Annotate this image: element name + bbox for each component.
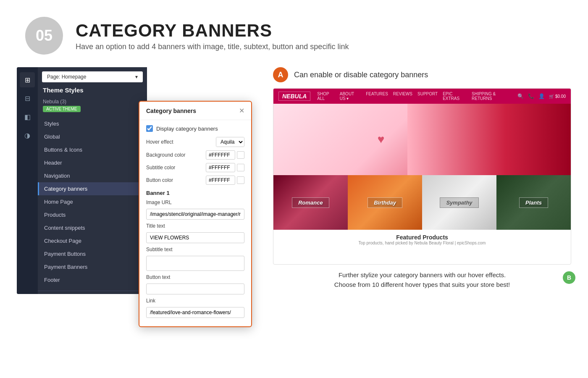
sidebar-icon-palette[interactable]: ◑ <box>20 128 35 143</box>
subtitle-color-input[interactable] <box>206 163 235 172</box>
modal-body: Display category banners Hover effect Aq… <box>139 120 251 326</box>
annotation-a-text: Can enable or disable category banners <box>294 71 428 79</box>
cat-banner-sympathy: Sympathy <box>422 175 496 230</box>
background-color-row: Background color <box>146 150 244 160</box>
nav-link-epic: EPIC EXTRAS <box>443 92 467 101</box>
link-label: Link <box>146 298 244 304</box>
page-selector-chevron: ▾ <box>135 74 138 80</box>
title-text-row: Title text <box>146 223 244 229</box>
sidebar-section-title: Theme Styles <box>38 87 147 97</box>
display-checkbox-row: Display category banners <box>146 125 244 132</box>
sidebar-icon-home[interactable]: ⊞ <box>20 72 35 87</box>
subtitle-text-input[interactable] <box>146 256 244 271</box>
cat-banner-plants: Plants <box>496 175 571 230</box>
sidebar-item-footer[interactable]: Footer › <box>38 273 147 286</box>
nav-link-shop: SHOP ALL <box>317 92 334 101</box>
store-preview: NEBULA SHOP ALL ABOUT US ▾ FEATURES REVI… <box>273 88 571 265</box>
store-nav: NEBULA SHOP ALL ABOUT US ▾ FEATURES REVI… <box>273 89 571 104</box>
button-color-input-wrap <box>206 176 244 185</box>
store-nav-icons: 🔍 📞 👤 🛒 $0.00 <box>517 93 566 99</box>
sidebar-item-category-banners[interactable]: Category banners › <box>38 182 147 195</box>
page-title: CATEGORY BANNERS <box>76 21 349 41</box>
sidebar-item-navigation[interactable]: Navigation › <box>38 169 147 182</box>
annotation-a: A Can enable or disable category banners <box>273 67 571 82</box>
subtitle-color-label: Subtitle color <box>146 165 206 171</box>
button-color-row: Button color <box>146 176 244 185</box>
sidebar-label-styles: Styles <box>44 121 59 127</box>
hero-roses-bg <box>407 104 571 175</box>
hero-hearts: ♥ <box>378 133 385 146</box>
sidebar: ⊞ ⊟ ◧ ◑ Page: Homepage ▾ Theme Styles Ne… <box>17 67 147 294</box>
sidebar-item-buttons[interactable]: Buttons & Icons › <box>38 143 147 156</box>
nav-link-shipping: SHIPPING & RETURNS <box>472 92 511 101</box>
sidebar-item-products[interactable]: Products › <box>38 208 147 221</box>
sidebar-item-payment-buttons[interactable]: Payment Buttons <box>38 247 147 260</box>
title-text-input[interactable] <box>146 232 244 243</box>
sidebar-item-header[interactable]: Header › <box>38 156 147 169</box>
sidebar-label-global: Global <box>44 134 60 140</box>
sidebar-item-payment-banners[interactable]: Payment Banners <box>38 260 147 273</box>
title-text-label: Title text <box>146 223 244 229</box>
button-color-input[interactable] <box>206 176 235 185</box>
hover-effect-select[interactable]: Aquila <box>216 137 244 147</box>
image-url-input[interactable] <box>146 209 244 220</box>
sidebar-label-category-banners: Category banners <box>44 186 87 192</box>
hover-effect-label: Hover effect <box>146 139 216 145</box>
sidebar-item-global[interactable]: Global › <box>38 130 147 143</box>
link-row: Link <box>146 298 244 304</box>
sidebar-divider <box>38 291 147 291</box>
background-color-swatch[interactable] <box>237 151 244 159</box>
annotation-b-line2: Choose from 10 different hover types tha… <box>334 281 510 288</box>
subtitle-text-row: Subtitle text <box>146 247 244 252</box>
nav-link-support: SUPPORT <box>417 92 438 101</box>
annotation-b: Further stylize your category banners wi… <box>273 270 571 289</box>
store-logo: NEBULA <box>278 92 310 101</box>
active-theme-badge: ACTIVE THEME <box>43 106 81 112</box>
sidebar-item-content[interactable]: Content snippets › <box>38 221 147 234</box>
display-checkbox[interactable] <box>146 125 153 132</box>
theme-name: Nebula (3) <box>43 99 142 105</box>
subtitle-color-swatch[interactable] <box>237 164 244 171</box>
subtitle-text-label: Subtitle text <box>146 247 244 252</box>
theme-info: Nebula (3) ACTIVE THEME <box>38 97 147 116</box>
right-panel: A Can enable or disable category banners… <box>260 67 571 294</box>
sidebar-label-products: Products <box>44 212 66 218</box>
sidebar-item-styles[interactable]: Styles › <box>38 117 147 130</box>
subtitle-color-row: Subtitle color <box>146 163 244 172</box>
header-text: CATEGORY BANNERS Have an option to add 4… <box>76 21 349 51</box>
sidebar-main: Page: Homepage ▾ Theme Styles Nebula (3)… <box>38 67 147 294</box>
modal-header: Category banners ✕ <box>139 102 251 120</box>
sidebar-icons: ⊞ ⊟ ◧ ◑ <box>17 67 38 294</box>
sidebar-label-payment-banners: Payment Banners <box>44 264 87 270</box>
image-url-row: Image URL <box>146 200 244 205</box>
button-text-row: Button text <box>146 274 244 280</box>
page-selector[interactable]: Page: Homepage ▾ <box>42 71 143 82</box>
button-text-input[interactable] <box>146 284 244 294</box>
cart-icon: 🛒 $0.00 <box>549 94 566 99</box>
category-banners-modal: Category banners ✕ Display category bann… <box>139 101 252 327</box>
sidebar-item-checkout[interactable]: Checkout Page › <box>38 234 147 247</box>
cat-banner-2-label: Birthday <box>368 197 402 208</box>
sidebar-nav-items: Styles › Global › Buttons & Icons › Head… <box>38 116 147 287</box>
left-panel: ⊞ ⊟ ◧ ◑ Page: Homepage ▾ Theme Styles Ne… <box>17 67 260 294</box>
link-input[interactable] <box>146 307 244 318</box>
modal-close-button[interactable]: ✕ <box>239 107 244 115</box>
store-hero: ♥ <box>273 104 571 175</box>
background-color-input[interactable] <box>206 150 235 160</box>
button-color-label: Button color <box>146 177 206 183</box>
main-content: ⊞ ⊟ ◧ ◑ Page: Homepage ▾ Theme Styles Ne… <box>0 67 588 294</box>
sidebar-label-header: Header <box>44 160 62 166</box>
button-color-swatch[interactable] <box>237 176 244 184</box>
nav-link-reviews: REVIEWS <box>393 92 412 101</box>
annotation-b-line1: Further stylize your category banners wi… <box>339 271 506 278</box>
step-number: 05 <box>25 17 63 55</box>
user-icon: 👤 <box>538 93 545 99</box>
sidebar-item-homepage[interactable]: Home Page <box>38 195 147 208</box>
banner1-section-title: Banner 1 <box>146 190 244 196</box>
annotation-a-badge: A <box>273 67 288 82</box>
page-header: 05 CATEGORY BANNERS Have an option to ad… <box>0 0 588 67</box>
sidebar-icon-users[interactable]: ⊟ <box>20 91 35 106</box>
sidebar-icon-layers[interactable]: ◧ <box>20 109 35 124</box>
button-text-label: Button text <box>146 274 244 280</box>
sidebar-label-content: Content snippets <box>44 225 85 231</box>
